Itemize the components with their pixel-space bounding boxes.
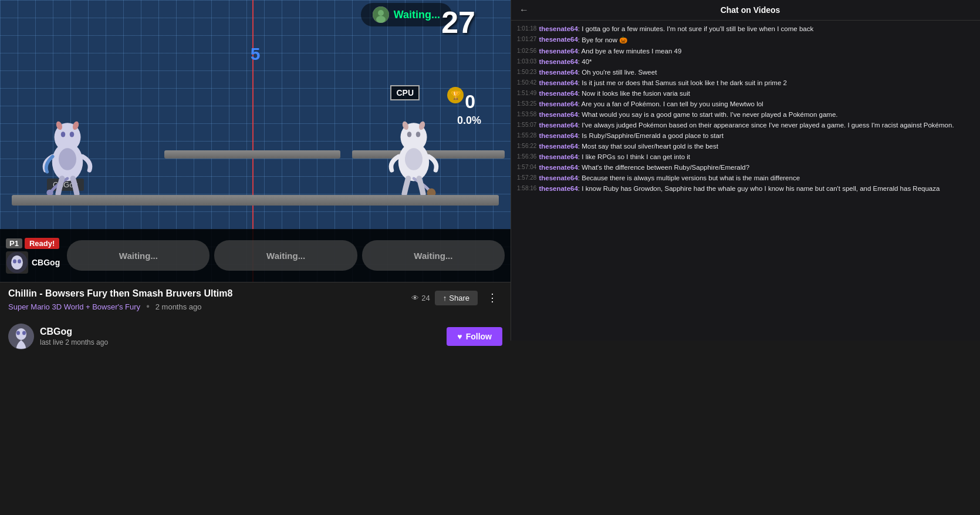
chat-message: 1:03:03 thesenate64 : 40* — [517, 58, 974, 65]
p1-avatar — [6, 251, 28, 274]
chat-username[interactable]: thesenate64 — [539, 90, 577, 97]
chat-text: : 40* — [578, 58, 592, 65]
chat-message: 1:57:28 thesenate64 : Because there is a… — [517, 174, 974, 181]
chat-username[interactable]: thesenate64 — [539, 58, 577, 65]
chat-timestamp: 1:57:28 — [517, 174, 536, 181]
channel-last-live: last live 2 months ago — [40, 338, 108, 346]
chat-text: : Bye for now 🎃 — [578, 36, 627, 44]
video-meta: Super Mario 3D World + Bowser's Fury • 2… — [8, 301, 232, 312]
svg-point-23 — [18, 259, 21, 263]
chat-username[interactable]: thesenate64 — [539, 69, 577, 76]
video-player[interactable]: Waiting... 27 5 CPU 🏆 0 0.0% CBGog — [0, 0, 511, 282]
share-icon: ↑ — [443, 294, 447, 302]
p1-badge-row: P1 Ready! — [6, 238, 60, 249]
waiting-avatar — [373, 6, 389, 23]
chat-timestamp: 1:53:58 — [517, 111, 536, 117]
chat-text: : Most say that soul silver/heart gold i… — [578, 143, 718, 150]
chat-text: : What's the difference between Ruby/Sap… — [578, 164, 749, 171]
channel-name[interactable]: CBGog — [40, 326, 108, 337]
svg-point-2 — [376, 16, 386, 23]
chat-text: : And bye a few minutes I mean 49 — [578, 48, 681, 55]
chat-timestamp: 1:55:28 — [517, 132, 536, 139]
chat-text: : Now it looks like the fusion varia sui… — [578, 90, 690, 97]
video-time: 2 months ago — [156, 302, 202, 311]
chat-message: 1:51:49 thesenate64 : Now it looks like … — [517, 90, 974, 97]
character-left — [35, 107, 100, 195]
chat-username[interactable]: thesenate64 — [539, 111, 577, 118]
follow-label: Follow — [466, 332, 492, 341]
chat-username[interactable]: thesenate64 — [539, 164, 577, 171]
chat-timestamp: 1:51:49 — [517, 90, 536, 96]
chat-text: : I gotta go for a few minutes. I'm not … — [578, 25, 813, 32]
video-game-link[interactable]: Super Mario 3D World + Bowser's Fury — [8, 302, 140, 311]
heart-icon: ♥ — [457, 332, 462, 341]
share-label: Share — [449, 294, 469, 302]
chat-timestamp: 1:58:16 — [517, 185, 536, 191]
p1-status-container: P1 Ready! — [6, 238, 60, 274]
chat-username[interactable]: thesenate64 — [539, 48, 577, 55]
cpu-stock: 0 — [465, 91, 475, 113]
chat-username[interactable]: thesenate64 — [539, 174, 577, 181]
chat-message: 1:58:16 thesenate64 : I know Ruby has Gr… — [517, 185, 974, 192]
chat-back-button[interactable]: ← — [519, 5, 529, 15]
chat-username[interactable]: thesenate64 — [539, 122, 577, 129]
score-display: 27 — [441, 5, 475, 40]
chat-message: 1:57:04 thesenate64 : What's the differe… — [517, 164, 974, 171]
chat-text: : Because there is always multiple versi… — [578, 174, 800, 181]
follow-button[interactable]: ♥ Follow — [447, 327, 502, 346]
chat-timestamp: 1:55:07 — [517, 122, 536, 128]
waiting-bar-2: Waiting... — [214, 240, 357, 271]
chat-username[interactable]: thesenate64 — [539, 36, 577, 43]
chat-message: 1:01:27 thesenate64 : Bye for now 🎃 — [517, 36, 974, 44]
chat-timestamp: 1:53:25 — [517, 100, 536, 107]
view-count: 👁 24 — [411, 294, 430, 302]
p1-badge-text: P1 — [6, 238, 22, 248]
chat-username[interactable]: thesenate64 — [539, 185, 577, 192]
chat-message: 1:53:25 thesenate64 : Are you a fan of P… — [517, 100, 974, 107]
p1-avatar-row: CBGog — [6, 251, 60, 274]
share-button[interactable]: ↑ Share — [435, 291, 478, 305]
view-number: 24 — [421, 294, 430, 302]
chat-text: : Is it just me or does that Samus suit … — [578, 79, 787, 86]
chat-message: 1:50:42 thesenate64 : Is it just me or d… — [517, 79, 974, 86]
svg-point-26 — [16, 331, 20, 335]
chat-username[interactable]: thesenate64 — [539, 79, 577, 86]
chat-message: 1:50:23 thesenate64 : Oh you're still li… — [517, 69, 974, 76]
svg-point-22 — [13, 259, 16, 263]
chat-timestamp: 1:56:22 — [517, 143, 536, 149]
chat-username[interactable]: thesenate64 — [539, 25, 577, 32]
svg-point-5 — [61, 132, 66, 137]
chat-username[interactable]: thesenate64 — [539, 100, 577, 107]
character-right — [381, 107, 446, 195]
chat-message: 1:01:18 thesenate64 : I gotta go for a f… — [517, 25, 974, 32]
cpu-label: CPU — [390, 85, 420, 100]
chat-text: : What would you say is a good game to s… — [578, 111, 838, 118]
eye-icon: 👁 — [411, 294, 419, 302]
chat-messages[interactable]: 1:01:18 thesenate64 : I gotta go for a f… — [511, 21, 980, 341]
chat-text: : Oh you're still live. Sweet — [578, 69, 657, 76]
chat-timestamp: 1:50:42 — [517, 79, 536, 86]
svg-point-16 — [405, 148, 423, 170]
chat-username[interactable]: thesenate64 — [539, 153, 577, 160]
cpu-icon: 🏆 — [447, 87, 464, 103]
svg-point-21 — [11, 255, 23, 270]
p1-ready-text: Ready! — [25, 238, 59, 249]
waiting-indicator: Waiting... — [361, 3, 452, 26]
svg-point-1 — [378, 10, 384, 16]
chat-username[interactable]: thesenate64 — [539, 143, 577, 150]
p1-name-label: CBGog — [32, 258, 60, 267]
video-title: Chillin - Bowsers Fury then Smash Bruver… — [8, 288, 232, 299]
chat-timestamp: 1:01:18 — [517, 25, 536, 32]
chat-username[interactable]: thesenate64 — [539, 132, 577, 139]
svg-point-6 — [70, 132, 75, 137]
chat-text: : I like RPGs so I think I can get into … — [578, 153, 690, 160]
chat-timestamp: 1:50:23 — [517, 69, 536, 75]
more-options-button[interactable]: ⋮ — [482, 288, 502, 307]
channel-left: CBGog last live 2 months ago — [8, 324, 108, 349]
svg-point-13 — [407, 132, 412, 137]
chat-timestamp: 1:01:27 — [517, 36, 536, 42]
platform-main — [12, 195, 499, 206]
platform-mid — [164, 150, 340, 159]
channel-avatar[interactable] — [8, 324, 34, 349]
chat-panel: ← Chat on Videos 1:01:18 thesenate64 : I… — [511, 0, 980, 341]
